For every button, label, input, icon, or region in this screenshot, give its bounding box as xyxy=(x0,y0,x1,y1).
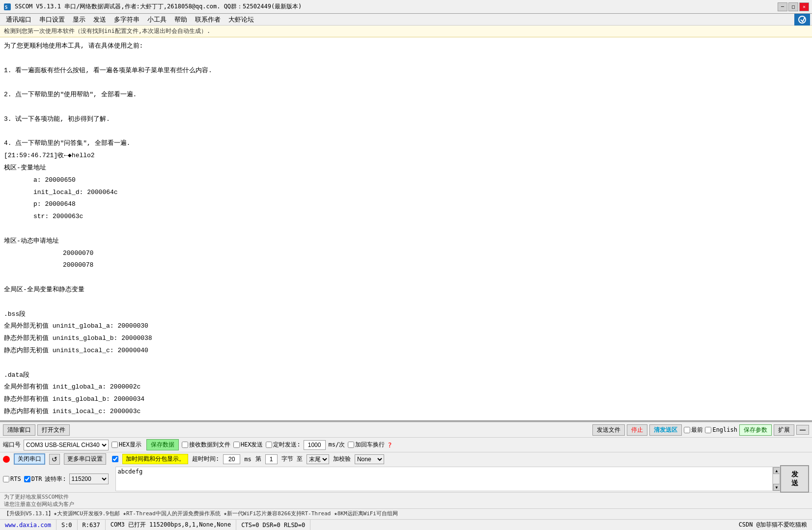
global-spacer xyxy=(4,273,808,283)
byte-end-select[interactable]: 末尾 xyxy=(307,454,329,464)
crlf-check[interactable]: 加回车换行 xyxy=(348,441,385,449)
timeout-value-input[interactable]: 20 xyxy=(223,454,240,464)
rts-dtr-row: RTS DTR 波特率: 115200 abcdefg ▲ ▼ 发 送 xyxy=(0,466,812,492)
recv-file-check[interactable]: 接收数据到文件 xyxy=(182,441,230,449)
intro-line1: 为了您更顺利地使用本工具, 请在具体使用之前: xyxy=(4,41,808,52)
app-icon: S xyxy=(3,2,12,11)
baud-select[interactable]: 115200 xyxy=(69,474,109,484)
send-button[interactable]: 发 送 xyxy=(780,465,809,493)
dtr-label: DTR xyxy=(31,475,42,482)
last-checkbox-input[interactable] xyxy=(684,427,690,433)
website-link[interactable]: www.daxia.com xyxy=(5,522,51,529)
scroll-down-arrow[interactable]: ▼ xyxy=(773,484,780,491)
english-checkbox-input[interactable] xyxy=(705,427,711,433)
status-r: R:637 xyxy=(78,520,106,530)
send-textarea[interactable]: abcdefg xyxy=(115,467,773,491)
crlf-info-icon: ? xyxy=(388,441,392,449)
intro-line5: 2. 点一下帮助里的"使用帮助", 全部看一遍. xyxy=(4,90,808,100)
bss-line2: 静态外部无初值 uninits_global_b: 20000038 xyxy=(4,334,808,344)
timed-send-check[interactable]: 定时发送: xyxy=(266,441,300,449)
menu-tongxun[interactable]: 通讯端口 xyxy=(2,14,35,25)
save-data-button[interactable]: 保存数据 xyxy=(146,439,179,450)
ad-text: 【升级到V5.13.1】★大资源MCU开发板9.9包邮 ★RT-Thread中国… xyxy=(4,510,398,517)
menu-tools[interactable]: 小工具 xyxy=(143,14,170,25)
var-section-title: 栈区-变量地址 xyxy=(4,163,808,173)
status-author: CSDN @加菲猫不爱吃猫粮 xyxy=(734,520,812,530)
dtr-check[interactable]: DTR xyxy=(24,475,42,482)
bss-line1: 全局外部无初值 uninit_global_a: 20000030 xyxy=(4,321,808,332)
scroll-track xyxy=(773,474,779,484)
menu-display[interactable]: 显示 xyxy=(69,14,89,25)
intro-line9: 4. 点一下帮助里的"问答集", 全部看一遍. xyxy=(4,139,808,149)
hex-send-checkbox[interactable] xyxy=(233,442,240,448)
bottom-toolbar: 清除窗口 打开文件 发送文件 停止 清发送区 最前 English 保存参数 扩… xyxy=(0,421,812,437)
timestamp-button[interactable]: 加时间戳和分包显示。 xyxy=(122,454,188,464)
minus-button[interactable]: — xyxy=(796,425,809,435)
timestamp-check[interactable] xyxy=(112,456,118,462)
crlf-checkbox[interactable] xyxy=(348,442,354,448)
minimize-button[interactable]: ─ xyxy=(778,2,787,11)
hex-send-check[interactable]: HEX发送 xyxy=(233,441,263,449)
hex-display-checkbox[interactable] xyxy=(112,442,118,448)
timed-value-input[interactable]: 1000 xyxy=(304,440,326,450)
close-button[interactable]: ✕ xyxy=(799,2,809,11)
status-port-info: COM3 已打开 115200bps,8,1,None,None xyxy=(106,520,237,530)
checksum-label: 加校验 xyxy=(333,455,351,463)
last-label: 最前 xyxy=(691,426,703,434)
open-file-button[interactable]: 打开文件 xyxy=(37,424,70,436)
clear-send-area-button[interactable]: 清发送区 xyxy=(649,424,682,436)
extend-button[interactable]: 扩展 xyxy=(774,424,794,436)
menu-contact[interactable]: 联系作者 xyxy=(191,14,224,25)
bss-section: .bss段 xyxy=(4,309,808,320)
scroll-up-arrow[interactable]: ▲ xyxy=(773,467,780,474)
status-bar: www.daxia.com S:0 R:637 COM3 已打开 115200b… xyxy=(0,519,812,530)
timestamp-checkbox[interactable] xyxy=(112,456,118,462)
heap2: 20000078 xyxy=(63,260,808,271)
menu-chuankou[interactable]: 串口设置 xyxy=(35,14,69,25)
var-p: p: 20000648 xyxy=(33,199,808,210)
last-checkbox[interactable]: 最前 xyxy=(684,426,703,434)
recv-file-checkbox[interactable] xyxy=(182,442,188,448)
dtr-checkbox[interactable] xyxy=(24,476,30,482)
english-checkbox[interactable]: English xyxy=(705,426,737,433)
status-website[interactable]: www.daxia.com xyxy=(0,520,56,530)
rts-label: RTS xyxy=(10,475,21,482)
timeout-label: 超时时间: xyxy=(192,455,219,463)
save-params-button[interactable]: 保存参数 xyxy=(739,424,772,436)
connection-indicator xyxy=(3,456,10,463)
heap-title xyxy=(4,224,808,234)
send-file-button[interactable]: 发送文件 xyxy=(592,424,625,436)
timed-send-label: 定时发送: xyxy=(273,441,300,449)
refresh-button[interactable]: ↺ xyxy=(49,454,60,465)
data-section: .data段 xyxy=(4,370,808,381)
maximize-button[interactable]: □ xyxy=(788,2,798,11)
blue-button[interactable] xyxy=(794,14,810,26)
window-controls: ─ □ ✕ xyxy=(778,2,809,11)
svg-point-2 xyxy=(799,16,806,23)
menu-send[interactable]: 发送 xyxy=(89,14,110,25)
menu-multistring[interactable]: 多字符串 xyxy=(110,14,143,25)
menu-forum[interactable]: 大虾论坛 xyxy=(224,14,258,25)
rts-checkbox[interactable] xyxy=(3,476,9,482)
byte-value-input[interactable]: 1 xyxy=(265,454,278,464)
heap-section-title: 堆区-动态申请地址 xyxy=(4,236,808,247)
send-text-area: abcdefg xyxy=(115,467,773,491)
crlf-label: 加回车换行 xyxy=(355,441,385,449)
var-a: a: 20000650 xyxy=(33,175,808,186)
close-port-button[interactable]: 关闭串口 xyxy=(14,453,45,465)
menu-help[interactable]: 帮助 xyxy=(170,14,191,25)
svg-text:S: S xyxy=(5,5,7,10)
byte-mid-label: 字节 至 xyxy=(281,455,303,463)
timed-send-checkbox[interactable] xyxy=(266,442,272,448)
note-line1: 为了更好地发展SSCOM软件 xyxy=(4,494,69,500)
hex-display-label: HEX显示 xyxy=(119,441,141,449)
more-settings-button[interactable]: 更多串口设置 xyxy=(64,453,106,465)
intro-line4 xyxy=(4,78,808,88)
rts-check[interactable]: RTS xyxy=(3,475,21,482)
hex-display-check[interactable]: HEX显示 xyxy=(112,441,141,449)
checksum-select[interactable]: None xyxy=(355,454,384,464)
port-select[interactable]: COM3 USB-SERIAL CH340 xyxy=(24,440,109,450)
clear-window-button[interactable]: 清除窗口 xyxy=(3,424,35,436)
status-cts: CTS=0 DSR=0 RLSD=0 xyxy=(236,520,310,530)
stop-button[interactable]: 停止 xyxy=(627,424,647,436)
